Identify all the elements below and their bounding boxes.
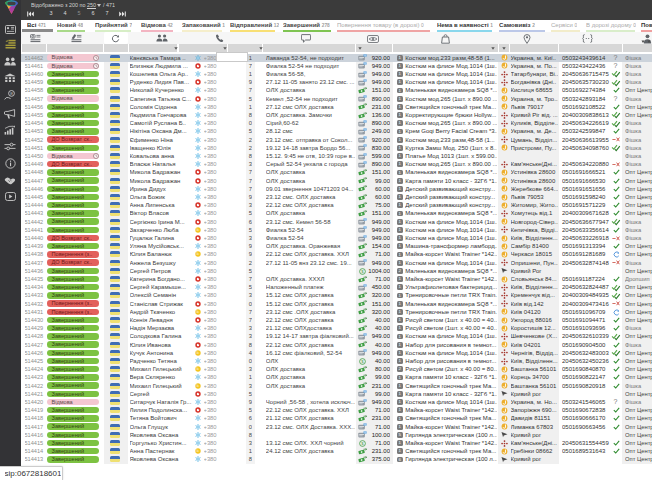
svg-text:lc: lc — [197, 384, 200, 388]
svg-text:lc: lc — [197, 310, 200, 314]
svg-text:₴: ₴ — [10, 91, 13, 96]
svg-text:lc: lc — [197, 367, 200, 371]
svg-text:lc: lc — [197, 449, 200, 453]
svg-text:lc: lc — [197, 253, 200, 257]
svg-text:lc: lc — [197, 351, 200, 355]
svg-text:lc: lc — [197, 228, 200, 232]
